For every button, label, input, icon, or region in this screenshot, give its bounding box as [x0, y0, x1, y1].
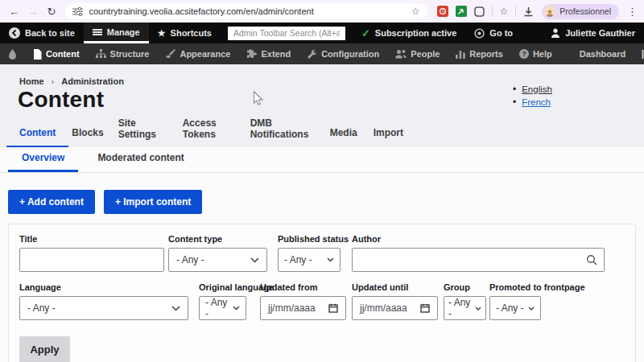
tab-dmb-notifications[interactable]: DMB Notifications [250, 117, 318, 147]
people-icon [395, 49, 407, 59]
browser-menu-icon[interactable]: ⋮ [627, 6, 638, 18]
timer-extension-icon[interactable] [437, 6, 448, 17]
extension-icon[interactable] [474, 6, 485, 17]
subscription-label: Subscription active [375, 28, 456, 38]
tab-access-tokens[interactable]: Access Tokens [183, 117, 228, 147]
filter-updated-from: Updated from jj/mm/aaaa [260, 282, 346, 320]
action-buttons: + Add content + Import content [8, 190, 202, 214]
menu-item-reports-label: Reports [469, 49, 503, 59]
menu-item-reports[interactable]: Reports [448, 43, 511, 64]
collapse-toolbar-button[interactable] [634, 43, 644, 64]
drupal-home-button[interactable] [0, 43, 25, 64]
paintbrush-icon [165, 49, 175, 59]
divider [515, 6, 516, 17]
author-input[interactable] [360, 254, 586, 265]
chevron-down-icon [528, 306, 535, 311]
filter-promoted: Promoted to frontpage - Any - [489, 282, 541, 320]
shortcuts-button[interactable]: ★ Shortcuts [149, 23, 221, 43]
chevron-down-icon [171, 306, 180, 311]
browser-back-icon[interactable]: ← [6, 6, 22, 18]
filter-original-language: Original language - Any - [199, 282, 246, 320]
menu-item-structure-label: Structure [110, 49, 150, 59]
menu-item-appearance[interactable]: Appearance [157, 43, 238, 64]
downloads-icon[interactable] [523, 6, 534, 17]
page-title: Content [18, 87, 104, 113]
bookmark-star-icon[interactable]: ☆ [411, 6, 420, 17]
updated-from-date-input[interactable]: jj/mm/aaaa [260, 296, 346, 320]
tab-import[interactable]: Import [374, 127, 403, 147]
puzzle-icon [246, 49, 257, 59]
updated-from-placeholder: jj/mm/aaaa [268, 302, 316, 314]
updated-until-date-input[interactable]: jj/mm/aaaa [352, 296, 438, 320]
manage-button[interactable]: Manage [84, 23, 149, 43]
tab-media[interactable]: Media [330, 127, 357, 147]
original-language-label: Original language [199, 282, 246, 292]
file-icon [33, 49, 42, 60]
browser-refresh-icon[interactable]: ↻ [43, 6, 59, 18]
import-content-button[interactable]: + Import content [104, 190, 202, 214]
published-status-select[interactable]: - Any - [278, 248, 341, 272]
back-to-site-label: Back to site [25, 28, 75, 38]
go-to-button[interactable]: Go to [465, 23, 522, 43]
extensions-cluster: ☆ [437, 6, 535, 17]
language-label: Language [19, 282, 188, 292]
menu-item-extend-label: Extend [261, 49, 291, 59]
chevron-down-icon [233, 306, 240, 311]
wrench-icon [307, 49, 317, 60]
language-select[interactable]: - Any - [19, 296, 188, 320]
menu-item-extend[interactable]: Extend [238, 43, 299, 64]
breadcrumb-home-link[interactable]: Home [19, 76, 44, 86]
menu-item-configuration[interactable]: Configuration [299, 43, 387, 64]
subtab-overview[interactable]: Overview [8, 152, 78, 172]
original-language-value: - Any - [205, 297, 229, 319]
filter-updated-until: Updated until jj/mm/aaaa [352, 282, 438, 320]
check-icon: ✓ [361, 27, 370, 39]
content-type-select[interactable]: - Any - [168, 248, 267, 272]
subscription-status: ✓ Subscription active [353, 23, 465, 43]
menu-item-help[interactable]: ? Help [511, 43, 560, 64]
menu-item-content[interactable]: Content [25, 43, 88, 64]
menu-item-structure[interactable]: Structure [88, 43, 158, 64]
menu-item-appearance-label: Appearance [180, 49, 230, 59]
admin-toolbar-search-input[interactable] [228, 27, 345, 40]
subtab-moderated-content[interactable]: Moderated content [97, 152, 184, 172]
star-icon: ★ [158, 28, 166, 39]
calendar-icon[interactable] [420, 303, 430, 313]
language-link-french[interactable]: French [522, 96, 551, 109]
published-status-value: - Any - [284, 254, 312, 265]
group-value: - Any - [448, 297, 472, 319]
promoted-select[interactable]: - Any - [489, 296, 541, 320]
menu-item-dashboard[interactable]: Dashboard [572, 43, 634, 64]
back-to-site-button[interactable]: Back to site [0, 23, 84, 43]
chevron-down-icon [475, 306, 481, 311]
title-label: Title [19, 234, 164, 244]
apply-button[interactable]: Apply [19, 336, 70, 362]
user-menu[interactable]: Juliette Gauthier [542, 23, 644, 43]
group-select[interactable]: - Any - [444, 296, 486, 320]
menu-item-people[interactable]: People [387, 43, 448, 64]
title-input[interactable] [19, 248, 164, 272]
address-bar[interactable]: countrytraining.veolia.acsitefactory.com… [65, 3, 427, 19]
drupal-drop-icon [8, 49, 17, 60]
browser-chrome: ← → ↻ countrytraining.veolia.acsitefacto… [0, 0, 644, 23]
browser-profile-chip[interactable]: Professionnel [542, 4, 619, 19]
menu-item-configuration-label: Configuration [321, 49, 379, 59]
browser-forward-icon[interactable]: → [25, 6, 40, 18]
capture-extension-icon[interactable] [456, 6, 467, 17]
menu-item-content-label: Content [46, 49, 80, 59]
tab-content[interactable]: Content [6, 127, 68, 147]
add-content-button[interactable]: + Add content [8, 190, 95, 214]
side-panel-star-icon[interactable]: ☆ [500, 6, 509, 17]
promoted-value: - Any - [496, 302, 524, 314]
chevron-down-icon [327, 257, 334, 262]
original-language-select[interactable]: - Any - [199, 296, 246, 320]
content-type-value: - Any - [176, 254, 204, 265]
calendar-icon[interactable] [328, 303, 338, 313]
bar-chart-icon [456, 49, 465, 59]
secondary-tabs: Overview Moderated content [0, 147, 644, 173]
filter-content-type: Content type - Any - [168, 234, 267, 272]
tab-blocks[interactable]: Blocks [72, 127, 103, 147]
site-info-icon[interactable] [72, 7, 83, 16]
language-link-english[interactable]: English [522, 83, 552, 96]
tab-site-settings[interactable]: Site Settings [118, 117, 168, 147]
